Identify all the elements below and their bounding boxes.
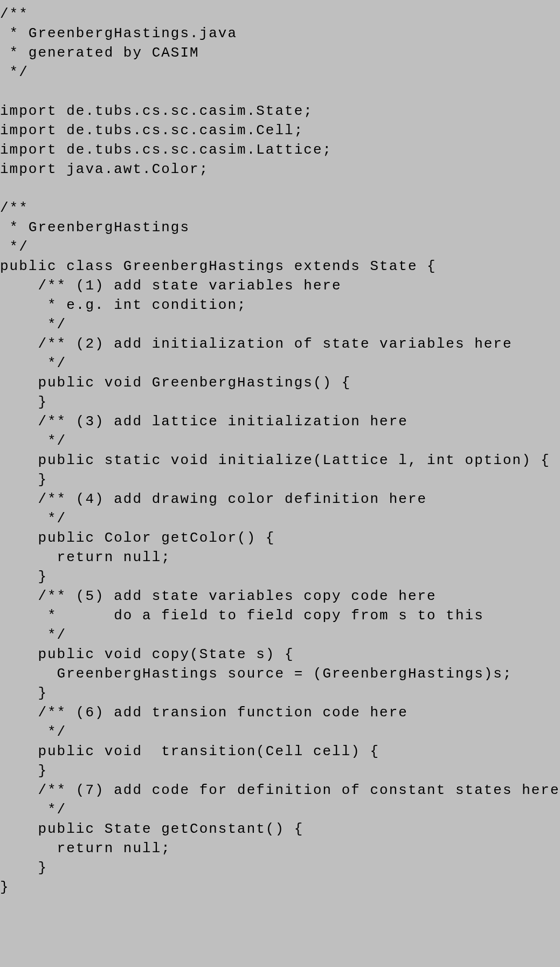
source-code: /** * GreenbergHastings.java * generated… (0, 0, 560, 897)
